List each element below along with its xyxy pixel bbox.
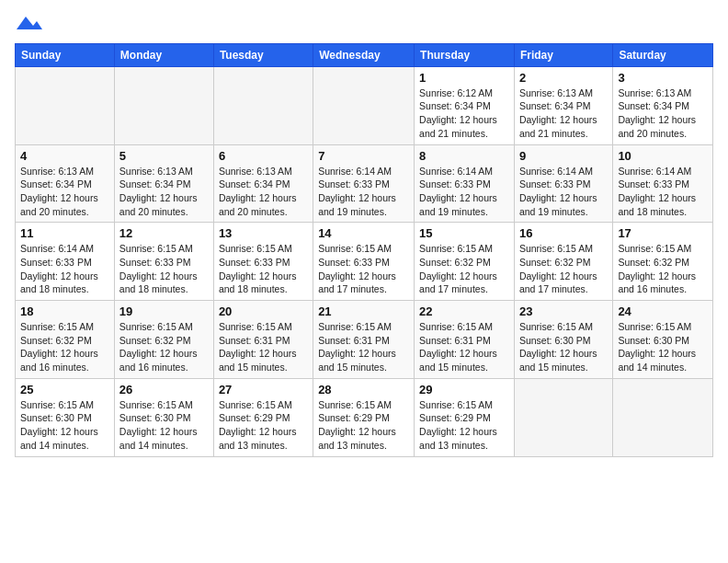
calendar-body: 1Sunrise: 6:12 AM Sunset: 6:34 PM Daylig… xyxy=(16,66,713,456)
day-number: 3 xyxy=(618,71,708,85)
day-number: 16 xyxy=(519,226,608,240)
day-number: 25 xyxy=(20,383,109,396)
day-info: Sunrise: 6:13 AM Sunset: 6:34 PM Dayligh… xyxy=(219,165,308,219)
day-info: Sunrise: 6:15 AM Sunset: 6:33 PM Dayligh… xyxy=(119,242,209,296)
day-number: 19 xyxy=(119,304,209,318)
calendar-cell: 28Sunrise: 6:15 AM Sunset: 6:29 PM Dayli… xyxy=(313,378,415,456)
day-number: 17 xyxy=(618,226,708,240)
calendar: SundayMondayTuesdayWednesdayThursdayFrid… xyxy=(15,43,713,457)
weekday-header-cell: Thursday xyxy=(415,43,515,66)
calendar-cell: 27Sunrise: 6:15 AM Sunset: 6:29 PM Dayli… xyxy=(213,378,313,456)
weekday-header-row: SundayMondayTuesdayWednesdayThursdayFrid… xyxy=(16,43,713,66)
day-number: 21 xyxy=(318,304,409,318)
day-info: Sunrise: 6:15 AM Sunset: 6:32 PM Dayligh… xyxy=(20,320,109,374)
day-number: 4 xyxy=(20,149,109,163)
header xyxy=(15,11,713,38)
day-info: Sunrise: 6:15 AM Sunset: 6:29 PM Dayligh… xyxy=(318,398,409,453)
weekday-header-cell: Monday xyxy=(114,43,213,66)
day-info: Sunrise: 6:15 AM Sunset: 6:31 PM Dayligh… xyxy=(419,320,509,374)
calendar-cell: 4Sunrise: 6:13 AM Sunset: 6:34 PM Daylig… xyxy=(16,144,115,223)
day-info: Sunrise: 6:15 AM Sunset: 6:32 PM Dayligh… xyxy=(618,242,708,296)
day-number: 24 xyxy=(618,304,708,318)
calendar-cell: 26Sunrise: 6:15 AM Sunset: 6:30 PM Dayli… xyxy=(114,378,213,456)
day-info: Sunrise: 6:13 AM Sunset: 6:34 PM Dayligh… xyxy=(119,165,209,219)
day-number: 1 xyxy=(419,71,509,85)
calendar-cell xyxy=(16,66,115,144)
calendar-cell: 23Sunrise: 6:15 AM Sunset: 6:30 PM Dayli… xyxy=(514,301,612,379)
weekday-header-cell: Sunday xyxy=(16,43,115,66)
calendar-week-row: 11Sunrise: 6:14 AM Sunset: 6:33 PM Dayli… xyxy=(16,223,713,301)
calendar-cell: 16Sunrise: 6:15 AM Sunset: 6:32 PM Dayli… xyxy=(514,223,612,301)
calendar-cell: 9Sunrise: 6:14 AM Sunset: 6:33 PM Daylig… xyxy=(514,144,612,223)
day-info: Sunrise: 6:15 AM Sunset: 6:33 PM Dayligh… xyxy=(219,242,308,296)
calendar-cell: 5Sunrise: 6:13 AM Sunset: 6:34 PM Daylig… xyxy=(114,144,213,223)
calendar-cell: 18Sunrise: 6:15 AM Sunset: 6:32 PM Dayli… xyxy=(16,301,115,379)
calendar-cell: 21Sunrise: 6:15 AM Sunset: 6:31 PM Dayli… xyxy=(313,301,415,379)
calendar-week-row: 18Sunrise: 6:15 AM Sunset: 6:32 PM Dayli… xyxy=(16,301,713,379)
day-number: 22 xyxy=(419,304,509,318)
calendar-cell xyxy=(213,66,313,144)
calendar-cell: 1Sunrise: 6:12 AM Sunset: 6:34 PM Daylig… xyxy=(415,66,515,144)
calendar-cell: 3Sunrise: 6:13 AM Sunset: 6:34 PM Daylig… xyxy=(613,66,713,144)
day-number: 28 xyxy=(318,383,409,396)
calendar-cell: 13Sunrise: 6:15 AM Sunset: 6:33 PM Dayli… xyxy=(213,223,313,301)
logo-text xyxy=(15,15,42,38)
calendar-cell: 14Sunrise: 6:15 AM Sunset: 6:33 PM Dayli… xyxy=(313,223,415,301)
day-info: Sunrise: 6:15 AM Sunset: 6:32 PM Dayligh… xyxy=(419,242,509,296)
day-number: 13 xyxy=(219,226,308,240)
logo xyxy=(15,15,42,38)
day-number: 20 xyxy=(219,304,308,318)
day-info: Sunrise: 6:14 AM Sunset: 6:33 PM Dayligh… xyxy=(419,165,509,219)
weekday-header-cell: Friday xyxy=(514,43,612,66)
calendar-cell: 24Sunrise: 6:15 AM Sunset: 6:30 PM Dayli… xyxy=(613,301,713,379)
day-number: 23 xyxy=(519,304,608,318)
day-info: Sunrise: 6:12 AM Sunset: 6:34 PM Dayligh… xyxy=(419,86,509,141)
day-info: Sunrise: 6:14 AM Sunset: 6:33 PM Dayligh… xyxy=(318,165,409,219)
calendar-cell: 22Sunrise: 6:15 AM Sunset: 6:31 PM Dayli… xyxy=(415,301,515,379)
calendar-cell xyxy=(613,378,713,456)
calendar-week-row: 25Sunrise: 6:15 AM Sunset: 6:30 PM Dayli… xyxy=(16,378,713,456)
day-info: Sunrise: 6:15 AM Sunset: 6:31 PM Dayligh… xyxy=(219,320,308,374)
day-number: 18 xyxy=(20,304,109,318)
calendar-week-row: 4Sunrise: 6:13 AM Sunset: 6:34 PM Daylig… xyxy=(16,144,713,223)
day-number: 14 xyxy=(318,226,409,240)
day-info: Sunrise: 6:15 AM Sunset: 6:32 PM Dayligh… xyxy=(519,242,608,296)
day-number: 29 xyxy=(419,383,509,396)
day-number: 12 xyxy=(119,226,209,240)
day-info: Sunrise: 6:15 AM Sunset: 6:31 PM Dayligh… xyxy=(318,320,409,374)
weekday-header-cell: Saturday xyxy=(613,43,713,66)
day-info: Sunrise: 6:15 AM Sunset: 6:32 PM Dayligh… xyxy=(119,320,209,374)
day-number: 2 xyxy=(519,71,608,85)
calendar-cell: 29Sunrise: 6:15 AM Sunset: 6:29 PM Dayli… xyxy=(415,378,515,456)
day-number: 7 xyxy=(318,149,409,163)
day-info: Sunrise: 6:14 AM Sunset: 6:33 PM Dayligh… xyxy=(20,242,109,296)
calendar-cell: 11Sunrise: 6:14 AM Sunset: 6:33 PM Dayli… xyxy=(16,223,115,301)
day-number: 26 xyxy=(119,383,209,396)
calendar-week-row: 1Sunrise: 6:12 AM Sunset: 6:34 PM Daylig… xyxy=(16,66,713,144)
day-info: Sunrise: 6:15 AM Sunset: 6:29 PM Dayligh… xyxy=(419,398,509,453)
svg-marker-0 xyxy=(17,17,42,29)
calendar-cell: 17Sunrise: 6:15 AM Sunset: 6:32 PM Dayli… xyxy=(613,223,713,301)
day-info: Sunrise: 6:13 AM Sunset: 6:34 PM Dayligh… xyxy=(618,86,708,141)
day-number: 11 xyxy=(20,226,109,240)
day-number: 27 xyxy=(219,383,308,396)
calendar-cell: 8Sunrise: 6:14 AM Sunset: 6:33 PM Daylig… xyxy=(415,144,515,223)
logo-icon xyxy=(17,13,42,33)
calendar-cell xyxy=(313,66,415,144)
calendar-cell: 25Sunrise: 6:15 AM Sunset: 6:30 PM Dayli… xyxy=(16,378,115,456)
day-info: Sunrise: 6:15 AM Sunset: 6:30 PM Dayligh… xyxy=(119,398,209,453)
day-info: Sunrise: 6:15 AM Sunset: 6:30 PM Dayligh… xyxy=(618,320,708,374)
day-info: Sunrise: 6:15 AM Sunset: 6:30 PM Dayligh… xyxy=(519,320,608,374)
day-info: Sunrise: 6:15 AM Sunset: 6:30 PM Dayligh… xyxy=(20,398,109,453)
calendar-cell xyxy=(114,66,213,144)
day-number: 6 xyxy=(219,149,308,163)
day-info: Sunrise: 6:15 AM Sunset: 6:33 PM Dayligh… xyxy=(318,242,409,296)
day-info: Sunrise: 6:15 AM Sunset: 6:29 PM Dayligh… xyxy=(219,398,308,453)
weekday-header-cell: Wednesday xyxy=(313,43,415,66)
calendar-cell: 6Sunrise: 6:13 AM Sunset: 6:34 PM Daylig… xyxy=(213,144,313,223)
weekday-header-cell: Tuesday xyxy=(213,43,313,66)
calendar-cell: 20Sunrise: 6:15 AM Sunset: 6:31 PM Dayli… xyxy=(213,301,313,379)
page: SundayMondayTuesdayWednesdayThursdayFrid… xyxy=(0,0,728,465)
day-number: 8 xyxy=(419,149,509,163)
day-info: Sunrise: 6:13 AM Sunset: 6:34 PM Dayligh… xyxy=(20,165,109,219)
